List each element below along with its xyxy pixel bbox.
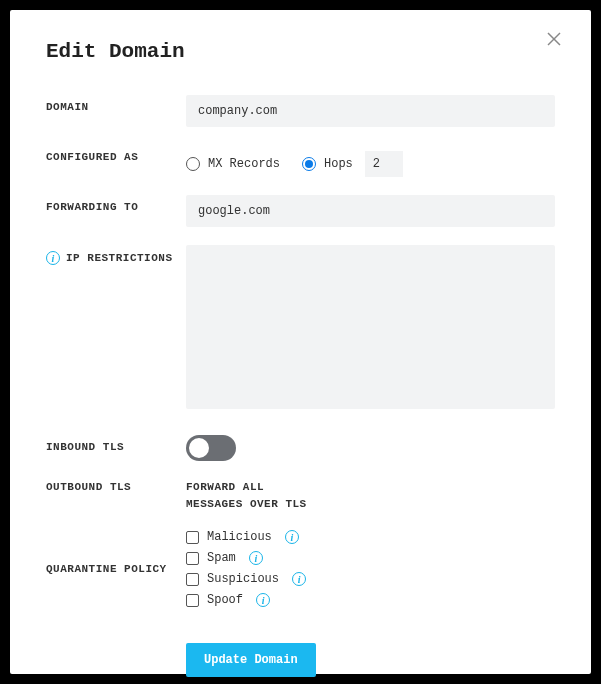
row-outbound-tls: OUTBOUND TLS FORWARD ALL MESSAGES OVER T… (46, 479, 555, 512)
row-submit: Update Domain (46, 625, 555, 677)
spam-checkbox[interactable] (186, 552, 199, 565)
toggle-knob (189, 438, 209, 458)
info-icon[interactable]: i (249, 551, 263, 565)
row-configured-as: CONFIGURED AS MX Records Hops (46, 145, 555, 177)
hops-label: Hops (324, 157, 353, 171)
info-icon[interactable]: i (292, 572, 306, 586)
spoof-checkbox[interactable] (186, 594, 199, 607)
row-domain: DOMAIN (46, 95, 555, 127)
row-inbound-tls: INBOUND TLS (46, 433, 555, 461)
inbound-tls-label: INBOUND TLS (46, 441, 124, 453)
ip-restrictions-input[interactable] (186, 245, 555, 409)
close-icon[interactable] (547, 32, 565, 50)
hops-radio[interactable] (302, 157, 316, 171)
forwarding-to-label: FORWARDING TO (46, 201, 138, 213)
outbound-tls-label: OUTBOUND TLS (46, 481, 131, 493)
inbound-tls-toggle[interactable] (186, 435, 236, 461)
row-quarantine-policy: QUARANTINE POLICY Malicious i Spam i Sus… (46, 530, 555, 607)
mx-records-radio[interactable] (186, 157, 200, 171)
info-icon[interactable]: i (285, 530, 299, 544)
malicious-label: Malicious (207, 530, 272, 544)
quarantine-checkbox-list: Malicious i Spam i Suspicious i Spoof i (186, 530, 555, 607)
row-forwarding-to: FORWARDING TO (46, 195, 555, 227)
ip-restrictions-label: IP RESTRICTIONS (66, 252, 173, 264)
row-ip-restrictions: i IP RESTRICTIONS (46, 245, 555, 413)
update-domain-button[interactable]: Update Domain (186, 643, 316, 677)
configured-radio-group: MX Records Hops (186, 145, 555, 177)
suspicious-label: Suspicious (207, 572, 279, 586)
hops-input[interactable] (365, 151, 403, 177)
domain-input[interactable] (186, 95, 555, 127)
configured-as-label: CONFIGURED AS (46, 151, 138, 163)
suspicious-checkbox[interactable] (186, 573, 199, 586)
info-icon[interactable]: i (256, 593, 270, 607)
info-icon[interactable]: i (46, 251, 60, 265)
malicious-checkbox[interactable] (186, 531, 199, 544)
forwarding-input[interactable] (186, 195, 555, 227)
spam-label: Spam (207, 551, 236, 565)
quarantine-policy-label: QUARANTINE POLICY (46, 563, 167, 575)
modal-title: Edit Domain (46, 40, 555, 63)
domain-label: DOMAIN (46, 101, 89, 113)
edit-domain-modal: Edit Domain DOMAIN CONFIGURED AS MX Reco… (10, 10, 591, 674)
mx-records-label: MX Records (208, 157, 280, 171)
outbound-tls-description: FORWARD ALL MESSAGES OVER TLS (186, 479, 555, 512)
spoof-label: Spoof (207, 593, 243, 607)
